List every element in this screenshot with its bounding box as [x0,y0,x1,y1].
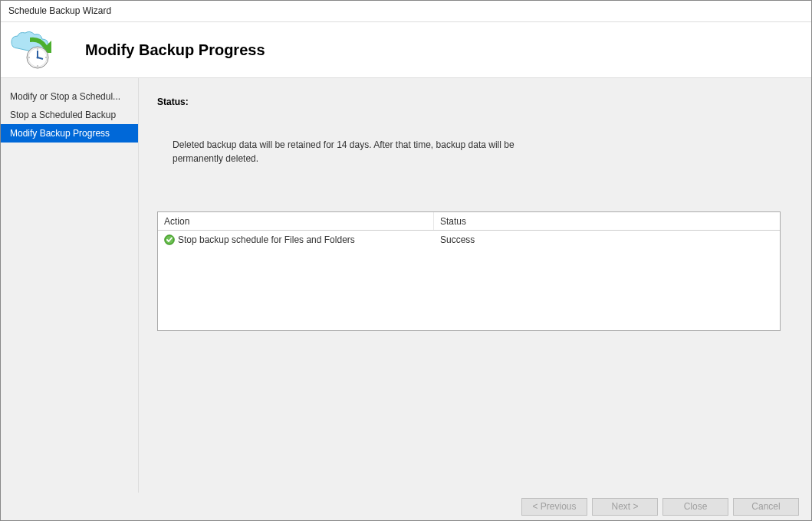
page-title: Modify Backup Progress [85,41,265,59]
svg-point-5 [37,48,38,50]
cell-action: Stop backup schedule for Files and Folde… [158,234,434,245]
wizard-steps-sidebar: Modify or Stop a Schedul... Stop a Sched… [1,78,139,493]
sidebar-item-stop-scheduled[interactable]: Stop a Scheduled Backup [1,106,138,124]
svg-point-8 [28,57,30,58]
success-check-icon [164,234,175,245]
status-text: Deleted backup data will be retained for… [173,138,556,165]
wizard-icon [8,30,54,70]
sidebar-item-modify-progress[interactable]: Modify Backup Progress [1,124,138,143]
progress-table: Action Status Stop backup schedule for F… [157,211,781,331]
cell-action-text: Stop backup schedule for Files and Folde… [178,234,355,245]
svg-point-7 [37,65,38,67]
wizard-header: Modify Backup Progress [1,22,811,77]
status-label: Status: [157,97,781,107]
main-panel: Status: Deleted backup data will be reta… [139,78,811,493]
next-button[interactable]: Next > [592,498,658,516]
wizard-footer: < Previous Next > Close Cancel [1,493,811,520]
window-title: Schedule Backup Wizard [1,1,811,22]
column-header-action[interactable]: Action [158,212,434,230]
table-row: Stop backup schedule for Files and Folde… [158,231,780,249]
cell-status: Success [434,234,780,245]
table-header: Action Status [158,212,780,231]
svg-point-6 [45,57,47,58]
cancel-button[interactable]: Cancel [733,498,799,516]
close-button[interactable]: Close [662,498,728,516]
sidebar-item-modify-stop[interactable]: Modify or Stop a Schedul... [1,87,138,106]
previous-button[interactable]: < Previous [521,498,587,516]
svg-point-4 [37,57,39,59]
column-header-status[interactable]: Status [434,212,780,230]
